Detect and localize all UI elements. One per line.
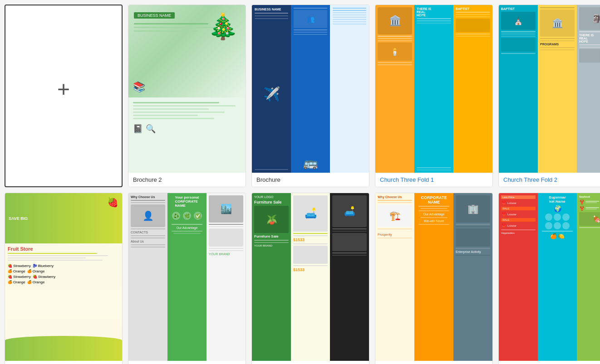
supermarket-card[interactable]: Last Price 🦞 Lobster SALE 🦞 Lobster SALE… [498, 193, 600, 364]
church-fold1-label: Church Three Fold 1 [375, 173, 492, 187]
brochure2-card[interactable]: BUSINESS NAME 🎄 📚 [128, 5, 246, 187]
green-biz-label: Green Business Company Three F... [128, 361, 246, 364]
furniture-card[interactable]: YOUR LOGO Furniture Sale 🪴 Furniture Sal… [251, 193, 369, 364]
fruit-store-label: Fruit Store Three Folds [5, 361, 122, 364]
plus-icon: + [57, 78, 70, 100]
furniture-label: Home Furniture Triple Folded Pages [252, 361, 369, 364]
fruit-store-card[interactable]: SAVE BIG 🍓 Fruit Store 🍓Strawberry 🫐Blue… [5, 193, 123, 364]
brochure2-label: Brochure 2 [128, 173, 246, 187]
new-document-card[interactable]: + [5, 5, 123, 187]
orange-company-card[interactable]: Why Choose Us 🏗️ Prosperity CORPORATENAM… [375, 193, 493, 364]
brochure-label: Brochure [252, 173, 369, 187]
supermarket-label: Supermarket Promotion Triple Fol... [499, 361, 600, 364]
green-biz-card[interactable]: Why Choose Us 👤 CONTACTS About Us Your p… [128, 193, 246, 364]
church-fold2-card[interactable]: BAPTIST ⛪ 🏛️ PROGRAMS [498, 5, 600, 187]
orange-company-label: Orange Simple Company Profile Tr... [375, 361, 492, 364]
church-fold2-label: Church Three Fold 2 [499, 173, 600, 187]
brochure-card[interactable]: BUSINESS NAME ✈️ 👥 [251, 5, 369, 187]
church-fold1-card[interactable]: 🏛️ 🕯️ THERE ISREALHOPE [375, 5, 493, 187]
